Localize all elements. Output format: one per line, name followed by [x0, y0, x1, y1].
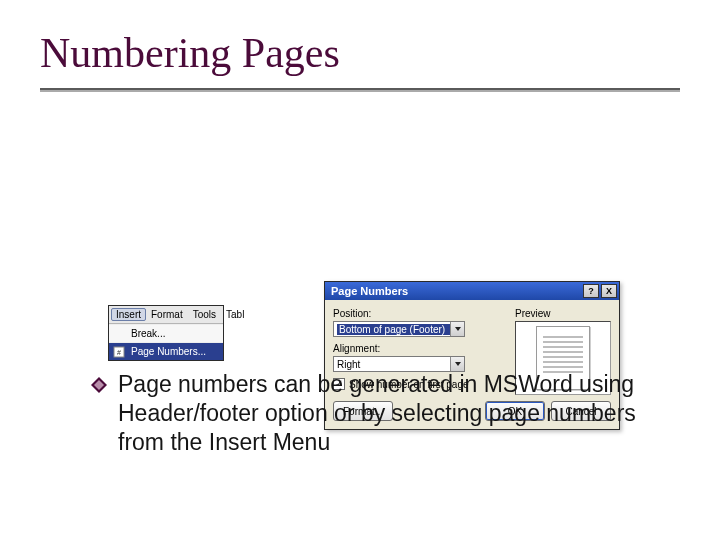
bullet-text: Page numbers can be generated in MSWord …: [118, 371, 636, 455]
slide: Numbering Pages Insert Format Tools Tabl…: [0, 0, 720, 540]
alignment-value: Right: [337, 359, 450, 370]
menu-tools[interactable]: Tools: [188, 308, 221, 321]
chevron-down-icon: [450, 322, 464, 336]
menu-item-page-numbers[interactable]: # Page Numbers...: [109, 342, 223, 360]
menu-item-break[interactable]: Break...: [109, 324, 223, 342]
alignment-label: Alignment:: [333, 343, 507, 354]
menu-bar: Insert Format Tools Tabl: [109, 306, 223, 324]
insert-menu-screenshot: Insert Format Tools Tabl Break... # Page…: [108, 305, 224, 361]
diamond-bullet-icon: [90, 376, 108, 394]
title-underline: [40, 88, 680, 90]
position-combobox[interactable]: Bottom of page (Footer): [333, 321, 465, 337]
position-label: Position:: [333, 308, 507, 319]
body-text-area: Page numbers can be generated in MSWord …: [90, 370, 680, 456]
page-numbers-icon: #: [113, 346, 127, 358]
menu-item-label: Break...: [131, 328, 165, 339]
chevron-down-icon: [450, 357, 464, 371]
menu-format[interactable]: Format: [146, 308, 188, 321]
svg-marker-3: [455, 362, 461, 366]
dialog-titlebar[interactable]: Page Numbers ? X: [325, 282, 619, 300]
menu-table[interactable]: Tabl: [221, 308, 249, 321]
help-button[interactable]: ?: [583, 284, 599, 298]
slide-title: Numbering Pages: [40, 30, 680, 76]
menu-insert[interactable]: Insert: [111, 308, 146, 321]
svg-marker-2: [455, 327, 461, 331]
svg-text:#: #: [117, 349, 121, 356]
menu-dropdown: Break... # Page Numbers...: [109, 324, 223, 360]
dialog-title: Page Numbers: [331, 285, 581, 297]
bullet-item: Page numbers can be generated in MSWord …: [90, 370, 680, 456]
title-area: Numbering Pages: [0, 0, 720, 82]
position-value: Bottom of page (Footer): [337, 324, 450, 335]
preview-label: Preview: [515, 308, 611, 319]
close-button[interactable]: X: [601, 284, 617, 298]
menu-item-label: Page Numbers...: [131, 346, 206, 357]
